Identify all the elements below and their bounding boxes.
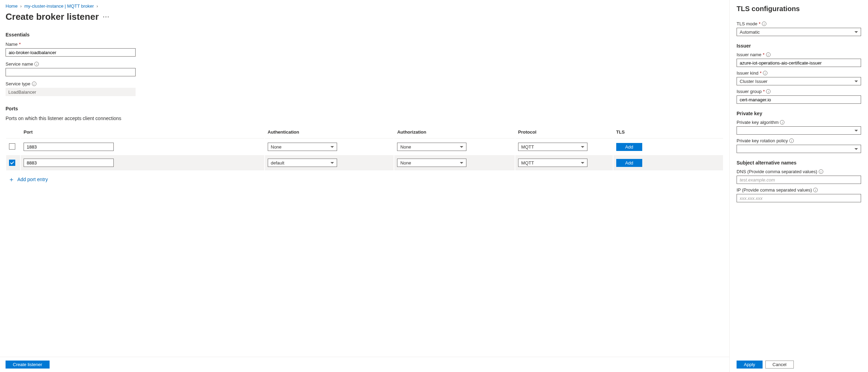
service-type-label: Service type <box>6 81 31 86</box>
info-icon[interactable] <box>780 120 784 125</box>
required-indicator: * <box>19 42 21 47</box>
auth-select[interactable]: None <box>268 143 337 151</box>
row-checkbox[interactable] <box>9 143 15 150</box>
name-label: Name <box>6 42 18 47</box>
add-port-button[interactable]: ＋ Add port entry <box>8 175 724 184</box>
col-authz: Authorization <box>394 126 515 138</box>
ip-input[interactable] <box>737 194 861 202</box>
san-header: Subject alternative names <box>737 160 861 166</box>
pk-rotation-select[interactable] <box>737 145 861 153</box>
required-indicator: * <box>760 70 762 76</box>
info-icon[interactable] <box>766 89 771 94</box>
dns-label: DNS (Provide comma separated values) <box>737 169 817 174</box>
breadcrumb-cluster[interactable]: my-cluster-instance | MQTT broker <box>24 3 94 9</box>
col-tls: TLS <box>613 126 723 138</box>
name-input[interactable] <box>6 48 136 57</box>
info-icon[interactable] <box>34 62 39 66</box>
info-icon[interactable] <box>762 22 766 26</box>
authz-select[interactable]: None <box>397 143 466 151</box>
info-icon[interactable] <box>819 169 823 174</box>
col-auth: Authentication <box>265 126 394 138</box>
ip-label: IP (Provide comma separated values) <box>737 187 812 193</box>
private-key-header: Private key <box>737 111 861 116</box>
port-input[interactable] <box>24 159 114 167</box>
authz-select[interactable]: None <box>397 159 466 167</box>
essentials-header: Essentials <box>6 32 724 37</box>
col-protocol: Protocol <box>515 126 613 138</box>
chevron-right-icon: › <box>96 3 98 9</box>
required-indicator: * <box>759 21 760 26</box>
pk-rotation-label: Private key rotation policy <box>737 138 788 143</box>
info-icon[interactable] <box>813 188 818 192</box>
ports-header: Ports <box>6 106 724 111</box>
chevron-down-icon <box>460 146 463 148</box>
required-indicator: * <box>763 89 765 94</box>
tls-panel-title: TLS configurations <box>737 3 861 13</box>
tls-mode-label: TLS mode <box>737 21 757 26</box>
row-checkbox[interactable] <box>9 160 15 166</box>
issuer-kind-select[interactable]: Cluster Issuer <box>737 77 861 85</box>
issuer-header: Issuer <box>737 43 861 49</box>
port-input[interactable] <box>24 143 114 151</box>
info-icon[interactable] <box>32 82 36 86</box>
ports-table: Port Authentication Authorization Protoc… <box>6 125 724 171</box>
chevron-right-icon: › <box>20 3 22 9</box>
tls-add-button[interactable]: Add <box>616 159 642 167</box>
protocol-select[interactable]: MQTT <box>518 143 587 151</box>
apply-button[interactable]: Apply <box>737 361 763 369</box>
service-name-label: Service name <box>6 61 33 67</box>
issuer-name-label: Issuer name <box>737 52 762 57</box>
info-icon[interactable] <box>766 52 771 57</box>
chevron-down-icon <box>330 162 334 164</box>
breadcrumb: Home › my-cluster-instance | MQTT broker… <box>6 3 724 9</box>
auth-select[interactable]: default <box>268 159 337 167</box>
tls-add-button[interactable]: Add <box>616 143 642 151</box>
table-row: None None MQTT Add <box>6 139 723 154</box>
chevron-down-icon <box>330 146 334 148</box>
info-icon[interactable] <box>763 71 767 75</box>
plus-icon: ＋ <box>8 175 15 184</box>
col-port: Port <box>21 126 264 138</box>
issuer-kind-label: Issuer kind <box>737 70 758 76</box>
ports-description: Ports on which this listener accepts cli… <box>6 116 724 121</box>
protocol-select[interactable]: MQTT <box>518 159 587 167</box>
info-icon[interactable] <box>789 138 794 143</box>
add-port-label: Add port entry <box>17 177 48 182</box>
chevron-down-icon <box>854 148 858 150</box>
chevron-down-icon <box>854 31 858 33</box>
create-listener-button[interactable]: Create listener <box>6 361 50 369</box>
issuer-name-input[interactable] <box>737 59 861 67</box>
required-indicator: * <box>763 52 765 57</box>
chevron-down-icon <box>854 81 858 82</box>
pk-algo-select[interactable] <box>737 126 861 135</box>
dns-input[interactable] <box>737 176 861 184</box>
pk-algo-label: Private key algorithm <box>737 120 779 125</box>
tls-mode-select[interactable]: Automatic <box>737 28 861 36</box>
issuer-group-input[interactable] <box>737 95 861 104</box>
more-actions-button[interactable]: ··· <box>103 14 110 20</box>
chevron-down-icon <box>581 146 584 148</box>
service-name-input[interactable] <box>6 68 136 76</box>
breadcrumb-home[interactable]: Home <box>6 3 18 9</box>
chevron-down-icon <box>854 130 858 132</box>
table-row: default None MQTT Add <box>6 155 723 170</box>
page-title: Create broker listener <box>6 11 99 22</box>
chevron-down-icon <box>581 162 584 164</box>
service-type-value: LoadBalancer <box>6 88 136 96</box>
issuer-group-label: Issuer group <box>737 89 762 94</box>
chevron-down-icon <box>460 162 463 164</box>
cancel-button[interactable]: Cancel <box>765 361 794 369</box>
